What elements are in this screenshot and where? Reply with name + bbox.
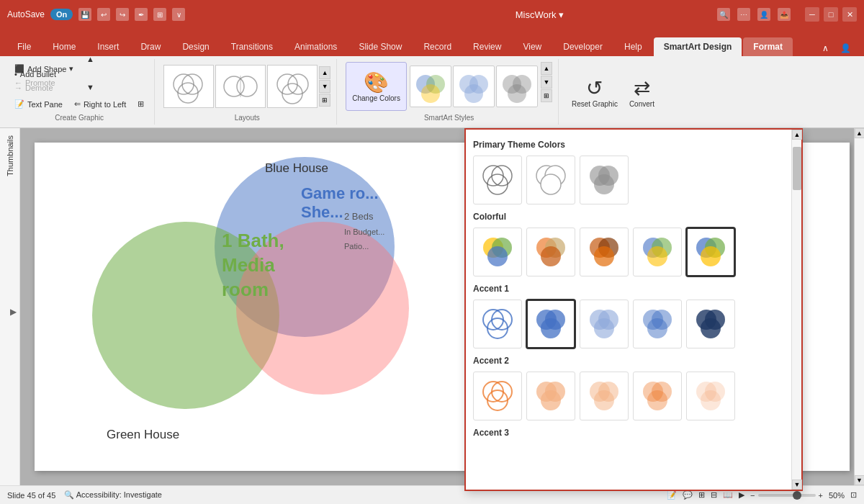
svg-point-14 bbox=[464, 84, 483, 103]
layout-item-1[interactable] bbox=[163, 65, 214, 108]
layout-item-3[interactable] bbox=[267, 65, 318, 108]
scroll-up-btn[interactable]: ▲ bbox=[855, 128, 865, 138]
layout-item-2[interactable] bbox=[215, 65, 266, 108]
right-to-left-btn[interactable]: ⇐ Right to Left bbox=[70, 97, 130, 111]
tab-draw[interactable]: Draw bbox=[130, 37, 171, 56]
reading-view-btn[interactable]: 📖 bbox=[723, 490, 733, 500]
tab-transitions[interactable]: Transitions bbox=[221, 37, 283, 56]
dropdown-scroll-down[interactable]: ▼ bbox=[792, 480, 802, 490]
layout-scroll-up[interactable]: ▲ bbox=[319, 66, 330, 79]
dropdown-scrollbar: ▲ ▼ bbox=[791, 130, 801, 490]
layout-expand[interactable]: ⊞ bbox=[319, 94, 330, 107]
accent2-option-3[interactable] bbox=[580, 372, 629, 420]
zoom-slider[interactable] bbox=[758, 494, 816, 497]
change-colors-btn[interactable]: 🎨 Change Colors bbox=[346, 62, 407, 111]
layout-options-btn[interactable]: ⊞ bbox=[133, 97, 148, 111]
scroll-down-btn[interactable]: ▼ bbox=[855, 475, 865, 485]
styles-scroll-down[interactable]: ▼ bbox=[541, 76, 552, 89]
primary-theme-option-3[interactable] bbox=[580, 156, 629, 204]
reset-graphic-btn[interactable]: ↺ Reset Graphic bbox=[567, 73, 622, 111]
accent1-option-4[interactable] bbox=[633, 300, 682, 348]
autosave-toggle[interactable]: On bbox=[50, 9, 73, 20]
accent1-option-2[interactable] bbox=[526, 300, 575, 348]
tab-animations[interactable]: Animations bbox=[284, 37, 347, 56]
colorful-option-2[interactable] bbox=[526, 228, 575, 276]
redo-icon[interactable]: ↪ bbox=[116, 8, 129, 21]
layout-scroll-down[interactable]: ▼ bbox=[319, 80, 330, 93]
tab-view[interactable]: View bbox=[513, 37, 552, 56]
tab-file[interactable]: File bbox=[7, 37, 41, 56]
layouts-label: Layouts bbox=[163, 111, 330, 122]
colorful-option-3[interactable] bbox=[580, 228, 629, 276]
primary-theme-option-1[interactable] bbox=[473, 156, 522, 204]
more-icon[interactable]: ∨ bbox=[172, 8, 185, 21]
tab-record[interactable]: Record bbox=[413, 37, 462, 56]
normal-view-btn[interactable]: ⊞ bbox=[698, 490, 705, 500]
tab-help[interactable]: Help bbox=[614, 37, 652, 56]
svg-point-68 bbox=[647, 390, 667, 410]
customize-icon[interactable]: ✒ bbox=[135, 8, 148, 21]
dropdown-scroll-up[interactable]: ▲ bbox=[792, 130, 802, 140]
notes-btn[interactable]: 📝 bbox=[667, 490, 677, 500]
colorful-option-1[interactable] bbox=[473, 228, 522, 276]
presenter-view-btn[interactable]: ▶ bbox=[739, 490, 744, 500]
reset-convert-group: ↺ Reset Graphic ⇄ Convert bbox=[562, 59, 665, 125]
accent2-option-1[interactable] bbox=[473, 372, 522, 420]
move-up-btn[interactable]: ▲ bbox=[82, 53, 99, 66]
tab-developer[interactable]: Developer bbox=[553, 37, 613, 56]
zoom-level[interactable]: 50% bbox=[829, 491, 845, 500]
tab-slideshow[interactable]: Slide Show bbox=[348, 37, 412, 56]
tab-smartart-design[interactable]: SmartArt Design bbox=[654, 37, 742, 56]
tab-review[interactable]: Review bbox=[463, 37, 511, 56]
sidebar-expand-arrow[interactable]: ▶ bbox=[10, 307, 17, 317]
convert-btn[interactable]: ⇄ Convert bbox=[625, 73, 659, 111]
text-pane-btn[interactable]: 📝 Text Pane bbox=[10, 97, 67, 111]
tab-design[interactable]: Design bbox=[172, 37, 219, 56]
accent2-option-5[interactable] bbox=[686, 372, 735, 420]
primary-theme-option-2[interactable] bbox=[526, 156, 575, 204]
zoom-controls: − + bbox=[750, 491, 823, 500]
share-icon[interactable]: 📤 bbox=[778, 8, 791, 21]
style-thumb-3[interactable] bbox=[496, 66, 538, 107]
styles-scroll-up[interactable]: ▲ bbox=[541, 62, 552, 75]
accent2-option-2[interactable] bbox=[526, 372, 575, 420]
tab-format[interactable]: Format bbox=[743, 37, 793, 56]
format-icon[interactable]: ⊞ bbox=[153, 8, 166, 21]
accent2-option-4[interactable] bbox=[633, 372, 682, 420]
add-bullet-btn[interactable]: • Add Bullet bbox=[10, 68, 60, 81]
thumbnails-label[interactable]: Thumbnails bbox=[6, 135, 14, 176]
styles-expand[interactable]: ⊞ bbox=[541, 89, 552, 102]
minimize-btn[interactable]: ─ bbox=[805, 7, 819, 22]
collapse-ribbon-icon[interactable]: ∧ bbox=[816, 40, 834, 56]
undo-icon[interactable]: ↩ bbox=[97, 8, 110, 21]
tab-home[interactable]: Home bbox=[42, 37, 86, 56]
svg-point-17 bbox=[508, 84, 526, 103]
save-icon[interactable]: 💾 bbox=[78, 8, 91, 21]
style-thumb-2[interactable] bbox=[453, 66, 495, 107]
scroll-track[interactable] bbox=[855, 138, 864, 475]
colorful-option-4[interactable] bbox=[633, 228, 682, 276]
svg-point-35 bbox=[594, 246, 614, 266]
zoom-in-btn[interactable]: + bbox=[819, 491, 823, 500]
dropdown-scroll-track[interactable] bbox=[792, 140, 801, 480]
close-btn[interactable]: ✕ bbox=[842, 7, 857, 22]
comments-btn[interactable]: 💬 bbox=[683, 490, 693, 500]
user-icon[interactable]: 👤 bbox=[834, 40, 857, 56]
zoom-thumb[interactable] bbox=[793, 491, 801, 500]
zoom-out-btn[interactable]: − bbox=[750, 491, 755, 500]
designer-icon[interactable]: ⋯ bbox=[737, 8, 750, 21]
accent1-option-5[interactable] bbox=[686, 300, 735, 348]
colorful-option-5[interactable] bbox=[686, 228, 735, 276]
accent1-option-3[interactable] bbox=[580, 300, 629, 348]
move-down-btn[interactable]: ▼ bbox=[82, 81, 99, 94]
accessibility-btn[interactable]: 🔍 Accessibility: Investigate bbox=[64, 490, 162, 500]
style-thumb-1[interactable] bbox=[410, 66, 451, 107]
slide-sorter-btn[interactable]: ⊟ bbox=[711, 490, 717, 500]
restore-btn[interactable]: □ bbox=[824, 7, 838, 22]
presenter-icon[interactable]: 👤 bbox=[757, 8, 770, 21]
autosave-label: AutoSave bbox=[7, 9, 45, 19]
accent1-option-1[interactable] bbox=[473, 300, 522, 348]
fit-slide-btn[interactable]: ⊡ bbox=[850, 490, 857, 500]
add-shape-dropdown[interactable]: ▾ bbox=[69, 64, 73, 73]
search-icon[interactable]: 🔍 bbox=[717, 8, 730, 21]
